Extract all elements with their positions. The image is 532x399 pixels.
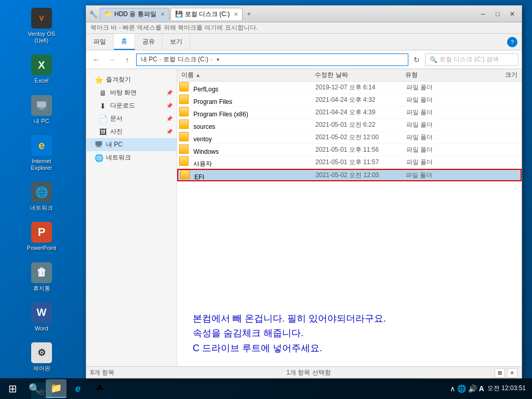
instructions-area: 본컴에서 빼 온겁니다. 필히 있어야되더라구요. 속성을 숨김체크 해줍니다.… xyxy=(177,301,522,366)
sidebar-item-desktop[interactable]: 🖥 바탕 화면 📌 xyxy=(86,86,177,99)
clock[interactable]: 오전 12:03:51 xyxy=(487,384,526,393)
col-size-label: 크기 xyxy=(505,71,517,78)
breadcrumb-localc[interactable]: 로컬 디스크 (C:) xyxy=(163,55,208,64)
file-name-windows: Windows xyxy=(179,144,315,155)
sidebar-item-downloads[interactable]: ⬇ 다운로드 📌 xyxy=(86,99,177,112)
file-type-pfx86: 파일 폴더 xyxy=(406,108,474,117)
list-view-button[interactable]: ⊞ xyxy=(495,368,505,378)
col-header-date[interactable]: 수정한 날짜 xyxy=(313,71,403,79)
favorites-icon: ⭐ xyxy=(95,76,103,84)
file-row-programfiles-x86[interactable]: Program Files (x86) 2021-04-24 오후 4:39 파… xyxy=(177,107,522,119)
desktop-icon-ie[interactable]: e InternetExplorer xyxy=(21,132,62,174)
file-row-windows[interactable]: Windows 2021-05-01 오후 11:56 파일 폴더 xyxy=(177,144,522,156)
back-button[interactable]: ← xyxy=(89,54,103,66)
up-button[interactable]: ↑ xyxy=(121,54,134,66)
sidebar-item-favorites[interactable]: ⭐ 즐겨찾기 xyxy=(86,73,177,86)
sidebar-item-network[interactable]: 🌐 네트워크 xyxy=(86,151,177,164)
tray-arrow-icon[interactable]: ∧ xyxy=(450,384,455,393)
breadcrumb-mypc[interactable]: 내 PC xyxy=(141,55,157,64)
taskbar-clover[interactable]: ☘ xyxy=(89,379,110,398)
address-bar[interactable]: 내 PC › 로컬 디스크 (C:) › ▾ xyxy=(136,54,408,66)
instruction-line-2: 속성을 숨김체크 해줍니다. xyxy=(193,326,506,341)
tray-network-icon[interactable]: 🌐 xyxy=(457,384,466,393)
file-name-sources: sources xyxy=(179,119,315,130)
taskbar-explorer[interactable]: 📁 xyxy=(46,379,66,398)
window-controls: ─ □ ✕ xyxy=(476,9,519,19)
nav-bar: ← → ↑ 내 PC › 로컬 디스크 (C:) › ▾ ↻ 🔍 로컬 디스크 … xyxy=(86,50,522,69)
new-tab-button[interactable]: + xyxy=(244,9,254,19)
ribbon-tab-share[interactable]: 공유 xyxy=(135,34,163,50)
content-area: ⭐ 즐겨찾기 🖥 바탕 화면 📌 ⬇ 다운로드 📌 📄 문서 📌 xyxy=(86,69,522,366)
clock-time: 오전 12:03:51 xyxy=(487,384,526,393)
tab-hdd[interactable]: 📁 HDD 용 통파일 ✕ xyxy=(100,8,169,20)
close-button[interactable]: ✕ xyxy=(506,9,519,19)
file-row-perflogs[interactable]: PerfLogs 2019-12-07 오후 6:14 파일 폴더 xyxy=(177,82,522,94)
pin-icon-3: 📌 xyxy=(166,116,172,122)
start-button[interactable]: ⊞ xyxy=(2,379,23,398)
title-bar: 🔧 📁 HDD 용 통파일 ✕ 💾 로컬 디스크 (C:) ✕ + ─ □ ✕ xyxy=(86,6,522,22)
ribbon-tab-view-label: 보기 xyxy=(170,37,182,46)
bookmark-bar-text: 북마크 바 - 빠른 액세스를 위해 북마크를 여기에 표시합니다. xyxy=(90,23,258,32)
tray-volume-icon[interactable]: 🔊 xyxy=(468,384,477,393)
tab-local-c[interactable]: 💾 로컬 디스크 (C:) ✕ xyxy=(170,8,243,20)
desktop-sidebar-icon: 🖥 xyxy=(99,89,107,97)
sort-arrow-name: ▲ xyxy=(195,72,201,78)
desktop-icon-recyclebin[interactable]: 🗑 휴지통 xyxy=(21,260,62,295)
tray-ime-icon[interactable]: A xyxy=(479,384,484,393)
desktop-icon-network[interactable]: 🌐 네트워크 xyxy=(21,179,62,214)
sidebar-item-documents[interactable]: 📄 문서 📌 xyxy=(86,112,177,125)
ribbon-tab-home[interactable]: 홈 xyxy=(114,34,135,50)
sidebar-item-mypc[interactable]: 내 PC xyxy=(86,138,177,151)
taskbar-edge[interactable]: e xyxy=(68,379,88,398)
users-label: 사용자 xyxy=(193,160,212,167)
ribbon-tab-view[interactable]: 보기 xyxy=(163,34,190,50)
forward-button[interactable]: → xyxy=(105,54,118,66)
file-row-users[interactable]: 사용자 2021-05-01 오후 11:57 파일 폴더 xyxy=(177,156,522,169)
desktop-icon-word[interactable]: W Word xyxy=(21,300,62,335)
taskbar-search-icon: 🔍 xyxy=(29,383,40,394)
file-row-ventoy[interactable]: ventoy 2021-05-02 오전 12:00 파일 폴더 xyxy=(177,131,522,144)
instruction-line-3: C 드라이브 루트에 넣어주세요. xyxy=(193,341,506,356)
file-row-sources[interactable]: sources 2021-05-01 오전 6:22 파일 폴더 xyxy=(177,119,522,131)
breadcrumb-chevron-2: › xyxy=(210,57,212,62)
tab-hdd-close[interactable]: ✕ xyxy=(161,11,165,17)
mypc-label: 내 PC xyxy=(34,118,49,125)
ie-icon: e xyxy=(31,135,52,156)
taskbar-search[interactable]: 🔍 xyxy=(24,379,45,398)
col-header-type[interactable]: 유형 xyxy=(403,71,472,79)
search-icon: 🔍 xyxy=(430,56,437,63)
minimize-button[interactable]: ─ xyxy=(476,9,490,19)
maximize-button[interactable]: □ xyxy=(491,9,504,19)
word-label: Word xyxy=(35,325,48,332)
tab-hdd-icon: 📁 xyxy=(104,10,112,18)
detail-view-button[interactable]: ≡ xyxy=(507,368,517,378)
desktop-icon-excel[interactable]: X Excel xyxy=(21,52,62,87)
address-dropdown-button[interactable]: ▾ xyxy=(214,56,221,63)
file-row-efi[interactable]: EFI 2021-05-02 오전 12:03 파일 폴더 xyxy=(177,169,522,181)
ribbon-help-button[interactable]: ? xyxy=(507,37,517,47)
file-type-windows: 파일 폴더 xyxy=(406,145,474,154)
sidebar: ⭐ 즐겨찾기 🖥 바탕 화면 📌 ⬇ 다운로드 📌 📄 문서 📌 xyxy=(86,69,177,366)
tab-local-c-close[interactable]: ✕ xyxy=(234,11,238,17)
file-type-efi: 파일 폴더 xyxy=(406,171,473,180)
network-sidebar-icon: 🌐 xyxy=(95,154,103,162)
svg-rect-0 xyxy=(37,101,46,108)
ribbon-tab-file[interactable]: 파일 xyxy=(86,34,114,50)
sidebar-item-pictures[interactable]: 🖼 사진 📌 xyxy=(86,125,177,138)
file-type-perflogs: 파일 폴더 xyxy=(406,83,474,92)
file-date-pf: 2021-04-24 오후 4:32 xyxy=(315,96,406,104)
desktop-icon-controlpanel[interactable]: ⚙ 제어판 xyxy=(21,340,62,375)
col-header-name[interactable]: 이름 ▲ xyxy=(179,71,313,79)
search-bar[interactable]: 🔍 로컬 디스크 (C:) 검색 xyxy=(425,54,518,66)
file-name-perflogs: PerfLogs xyxy=(179,82,315,93)
pictures-sidebar-icon: 🖼 xyxy=(99,128,107,136)
desktop-icon-ventoy[interactable]: V Ventoy OS(Uefi) xyxy=(21,5,62,47)
sidebar-documents-label: 문서 xyxy=(110,114,123,123)
col-header-size[interactable]: 크기 xyxy=(472,71,520,79)
taskbar: ⊞ 🔍 📁 e ☘ ∧ 🌐 🔊 A 오전 12:03:51 xyxy=(0,378,532,399)
desktop-icon-powerpoint[interactable]: P PowerPoint xyxy=(21,219,62,254)
desktop-icon-mypc[interactable]: 내 PC xyxy=(21,92,62,127)
file-type-pf: 파일 폴더 xyxy=(406,96,474,104)
refresh-button[interactable]: ↻ xyxy=(410,54,423,66)
file-row-programfiles[interactable]: Program Files 2021-04-24 오후 4:32 파일 폴더 xyxy=(177,94,522,107)
